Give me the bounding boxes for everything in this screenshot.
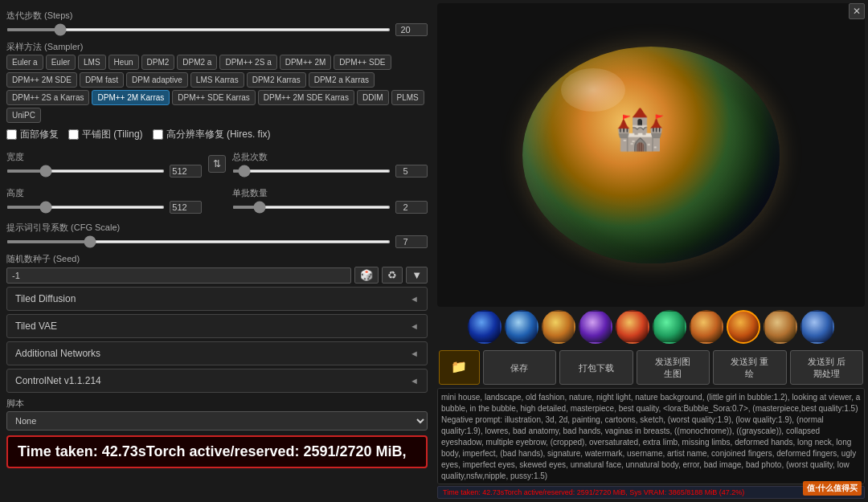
steps-row: 20: [6, 23, 428, 36]
tiling-label: 平铺图 (Tiling): [82, 128, 143, 141]
face-restore-checkbox[interactable]: [6, 129, 17, 140]
globe-house-decoration: [603, 90, 699, 194]
height-slider[interactable]: [6, 206, 165, 209]
sampler-lmskarras[interactable]: LMS Karras: [190, 72, 244, 88]
accordion-additional-networks-header[interactable]: Additional Networks ◄: [7, 342, 427, 365]
send-to-inpaint-button[interactable]: 发送到 重绘: [713, 350, 786, 385]
sampler-dpmadaptive[interactable]: DPM adaptive: [126, 72, 188, 88]
seed-recycle-button[interactable]: ♻: [382, 267, 403, 284]
accordion-tiled-diffusion-header[interactable]: Tiled Diffusion ◄: [7, 288, 427, 310]
accordion-controlnet-header[interactable]: ControlNet v1.1.214 ◄: [7, 369, 427, 392]
sampler-dpmpp2msdekarras[interactable]: DPM++ 2M SDE Karras: [258, 90, 354, 105]
watermark: 值·什么值得买: [803, 481, 862, 496]
thumbnail-5[interactable]: [616, 310, 649, 344]
close-button[interactable]: ✕: [849, 3, 865, 19]
thumbnail-4[interactable]: [579, 310, 612, 344]
width-value[interactable]: [170, 165, 202, 178]
steps-label: 迭代步数 (Steps): [6, 10, 428, 22]
accordion-tiled-vae-header[interactable]: Tiled VAE ◄: [7, 315, 427, 337]
hires-checkbox[interactable]: [153, 129, 163, 140]
sampler-label: 采样方法 (Sampler): [6, 41, 428, 53]
script-section: 脚本 None: [6, 398, 428, 431]
thumbnail-8[interactable]: [727, 310, 760, 344]
height-value[interactable]: [170, 201, 202, 214]
sampler-euler[interactable]: Euler: [46, 55, 76, 70]
status-text: Time taken: 42.73sTorch active/reserved:…: [18, 443, 407, 459]
sampler-dpm2akarras[interactable]: DPM2 a Karras: [309, 72, 375, 88]
sampler-dpmpp2msde[interactable]: DPM++ 2M SDE: [6, 72, 77, 88]
sampler-dpm2karras[interactable]: DPM2 Karras: [247, 72, 306, 88]
sampler-dpmpp2sa[interactable]: DPM++ 2S a: [219, 55, 276, 70]
send-postprocess-label: 发送到 后期处理: [808, 357, 845, 378]
tiling-checkbox[interactable]: [68, 129, 79, 140]
batch-label: 单批数量: [232, 187, 428, 199]
action-buttons-row: 📁 保存 打包下载 发送到图生图 发送到 重绘 发送到 后期处理: [437, 347, 865, 388]
swap-button[interactable]: ⇅: [208, 155, 226, 173]
seed-extra-button[interactable]: ▼: [406, 267, 428, 284]
open-folder-button[interactable]: 📁: [439, 350, 480, 385]
thumbnail-10[interactable]: [800, 310, 834, 344]
total-slider[interactable]: [232, 169, 391, 173]
accordion-controlnet-arrow: ◄: [410, 376, 419, 386]
seed-input[interactable]: [6, 267, 351, 284]
batch-value[interactable]: [395, 201, 428, 214]
width-slider-row: [6, 165, 202, 178]
height-slider-row: [6, 201, 202, 214]
steps-info-display: Steps: 20, Sampler: DPM++ 2M Karras, CFG…: [441, 483, 850, 484]
save-button[interactable]: 保存: [483, 350, 556, 385]
timing-text: Time taken: 42.73sTorch active/reserved:…: [443, 488, 744, 496]
thumbnail-1[interactable]: [468, 310, 502, 344]
sampler-heun[interactable]: Heun: [108, 55, 139, 70]
steps-value[interactable]: 20: [395, 23, 428, 36]
batch-slider-row: [232, 201, 428, 214]
accordion-controlnet: ControlNet v1.1.214 ◄: [6, 369, 428, 393]
thumbnail-7[interactable]: [690, 310, 723, 344]
accordion-additional-networks: Additional Networks ◄: [6, 341, 428, 365]
size-row: 宽度 ⇅ 总批次数: [6, 146, 428, 181]
cfg-value[interactable]: [395, 235, 428, 248]
download-label: 打包下载: [579, 363, 614, 373]
steps-slider[interactable]: [6, 28, 391, 31]
sampler-dpm2a[interactable]: DPM2 a: [177, 55, 217, 70]
sampler-dpmppsde[interactable]: DPM++ SDE: [334, 55, 391, 70]
thumbnail-2[interactable]: [505, 310, 538, 344]
accordion-tiled-diffusion: Tiled Diffusion ◄: [6, 287, 428, 311]
sampler-dpmpp2mkarras[interactable]: DPM++ 2M Karras: [92, 90, 170, 105]
sampler-unipc[interactable]: UniPC: [6, 108, 41, 123]
sampler-grid: Euler a Euler LMS Heun DPM2 DPM2 a DPM++…: [6, 55, 428, 123]
batch-slider[interactable]: [232, 206, 391, 209]
face-restore-label: 面部修复: [20, 128, 59, 141]
thumbnail-9[interactable]: [764, 310, 797, 344]
thumbnail-3[interactable]: [542, 310, 575, 344]
width-label: 宽度: [6, 151, 202, 163]
total-value[interactable]: [395, 165, 428, 178]
sampler-dpmpp2sakarras[interactable]: DPM++ 2S a Karras: [6, 90, 89, 105]
sampler-plms[interactable]: PLMS: [391, 90, 424, 105]
accordion-additional-networks-arrow: ◄: [410, 349, 419, 358]
sampler-dpmpp2m[interactable]: DPM++ 2M: [280, 55, 332, 70]
seed-dice-button[interactable]: 🎲: [354, 267, 379, 284]
sampler-euler-a[interactable]: Euler a: [6, 55, 43, 70]
bottom-status-bar: Time taken: 42.73sTorch active/reserved:…: [6, 435, 428, 468]
thumbnail-6[interactable]: [653, 310, 686, 344]
script-select[interactable]: None: [6, 411, 428, 431]
download-button[interactable]: 打包下载: [559, 350, 633, 385]
sampler-dpmppsdekarras[interactable]: DPM++ SDE Karras: [172, 90, 255, 105]
send-to-postprocess-button[interactable]: 发送到 后期处理: [790, 350, 863, 385]
checkbox-face-restore[interactable]: 面部修复: [6, 128, 59, 141]
checkbox-tiling[interactable]: 平铺图 (Tiling): [68, 128, 143, 141]
send-img2img-label: 发送到图生图: [655, 357, 690, 378]
sampler-lms[interactable]: LMS: [78, 55, 106, 70]
negative-prompt-display: Negative prompt: illustration, 3d, 2d, p…: [441, 415, 856, 480]
accordion-tiled-vae-arrow: ◄: [410, 321, 419, 331]
sampler-dpm2[interactable]: DPM2: [141, 55, 175, 70]
accordion-tiled-vae: Tiled VAE ◄: [6, 314, 428, 338]
sampler-dpmfast[interactable]: DPM fast: [80, 72, 124, 88]
sampler-ddim[interactable]: DDIM: [357, 90, 389, 105]
width-slider[interactable]: [6, 169, 165, 173]
height-label: 高度: [6, 187, 202, 199]
send-to-img2img-button[interactable]: 发送到图生图: [637, 350, 710, 385]
right-panel: ✕ 📁 保存 打包下载 发送到图生图 发送到 重绘: [434, 0, 868, 502]
checkbox-hires[interactable]: 高分辨率修复 (Hires. fix): [153, 128, 271, 141]
cfg-slider[interactable]: [6, 240, 391, 243]
